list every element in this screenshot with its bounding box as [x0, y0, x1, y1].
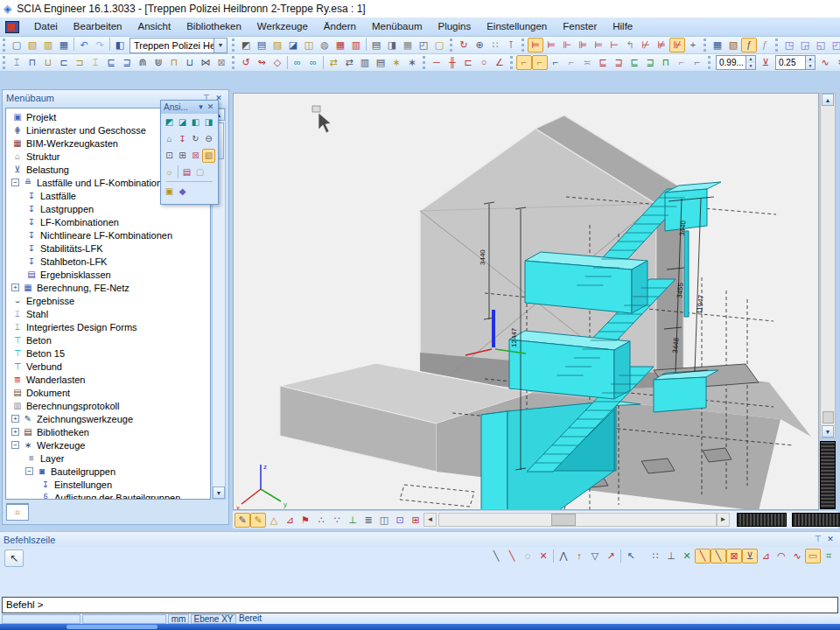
snap-polygon-icon[interactable]: ▽	[587, 549, 603, 564]
spinner-up-icon[interactable]: ▲	[806, 56, 815, 63]
view-top-icon[interactable]: ◩	[163, 116, 176, 130]
font-scale-icon[interactable]: ⌗	[833, 55, 840, 70]
window-tile-horizontal-icon[interactable]: ◲	[797, 38, 813, 52]
menu-datei[interactable]: Datei	[26, 18, 66, 36]
coordinates-info-icon[interactable]: ⌗	[821, 549, 836, 564]
project-combobox[interactable]: Treppen Polizei Heil ▼	[130, 38, 228, 53]
wireframe-mode-icon[interactable]: ✎	[234, 513, 250, 528]
volume-display-icon[interactable]: ⊿	[282, 513, 298, 528]
collapsed-window-shade[interactable]	[792, 513, 840, 527]
zoom-window-icon[interactable]: ⊡	[163, 149, 176, 163]
snap-delete-icon[interactable]: ✕	[536, 549, 551, 564]
scrollbar-thumb[interactable]	[551, 514, 576, 526]
snap-center-icon[interactable]: ✕	[679, 549, 695, 564]
toolbar-grip[interactable]	[232, 56, 235, 69]
menubaum-tab[interactable]: ⌗	[6, 503, 29, 521]
undo-icon[interactable]: ↶	[76, 38, 92, 52]
view-side-icon[interactable]: ◧	[189, 116, 202, 130]
section-display-icon[interactable]: ⊡	[392, 513, 408, 528]
loadcase-manager-icon[interactable]: ⊨	[528, 38, 543, 52]
member-join-icon[interactable]: ⋓	[150, 55, 166, 70]
modify-all-icon[interactable]: ∗	[404, 55, 420, 70]
toolbar-grip[interactable]	[3, 38, 6, 52]
move-node-icon[interactable]: ⇄	[326, 55, 341, 70]
system-lines-icon[interactable]: ≣	[360, 513, 376, 528]
snap-endpoint-icon[interactable]: ╲	[695, 549, 710, 564]
tree-item[interactable]: ≡Layer	[6, 452, 210, 465]
loadcase-multi-icon[interactable]: ⊫	[575, 38, 591, 52]
collapse-icon[interactable]: −	[11, 441, 19, 449]
member-intersect-icon[interactable]: ⋒	[135, 55, 150, 70]
tree-item[interactable]: ⊤Beton 15	[6, 346, 210, 360]
window-tile-vertical-icon[interactable]: ◱	[813, 38, 829, 52]
view-projection-icon[interactable]: ↧	[176, 132, 189, 146]
history-icon[interactable]: ▨	[270, 38, 285, 52]
tree-item[interactable]: ↧LF-Kombinationen	[6, 215, 210, 228]
tree-item[interactable]: +▦Berechnung, FE-Netz	[6, 281, 210, 294]
view-flag-8-icon[interactable]: ⊑	[626, 55, 642, 70]
rotate-view-icon[interactable]: ↻	[189, 132, 202, 146]
collapsed-window-shade[interactable]	[737, 513, 787, 527]
local-axes-icon[interactable]: ⊥	[345, 513, 360, 528]
tree-item[interactable]: ⊤Verbund	[6, 360, 210, 373]
calculator-icon[interactable]: ▦	[400, 38, 416, 52]
render-3d-icon[interactable]: ◆	[176, 185, 189, 199]
scroll-down-icon[interactable]: ▼	[822, 425, 834, 438]
snap-tangent-icon[interactable]: ⊿	[758, 549, 774, 564]
mesh-display-icon[interactable]: ⊞	[408, 513, 424, 528]
view-flag-5-icon[interactable]: ≍	[579, 55, 595, 70]
pin-icon[interactable]: ⊤	[812, 534, 824, 545]
menu-bibliotheken[interactable]: Bibliotheken	[178, 18, 249, 36]
menu-menbaum[interactable]: Menübaum	[364, 18, 430, 36]
menu-ansicht[interactable]: Ansicht	[130, 18, 178, 36]
viewport-horizontal-scrollbar[interactable]	[438, 513, 717, 527]
member-plate-icon[interactable]: ⊐	[72, 55, 88, 70]
scroll-right-icon[interactable]: ►	[717, 513, 730, 527]
color-settings-icon[interactable]: ▣	[163, 185, 176, 199]
save-all-icon[interactable]: ▥	[40, 38, 56, 52]
select-cursor-button[interactable]: ↖	[4, 550, 24, 567]
view-scale-spinner[interactable]: 0.99... ▲▼	[716, 55, 756, 70]
tree-item[interactable]: ↧Einstellungen	[6, 478, 210, 491]
member-opening-icon[interactable]: ⊒	[119, 55, 135, 70]
clipping-box-icon[interactable]: ▧	[202, 149, 215, 163]
tree-item[interactable]: ▤Dokument	[6, 386, 210, 399]
project-data-icon[interactable]: ◩	[238, 38, 254, 52]
tree-item[interactable]: ▥Berechnungsprotokoll	[6, 399, 210, 412]
zoom-all-icon[interactable]: ⊞	[176, 149, 189, 163]
scale-apply-icon[interactable]: ⊻	[758, 55, 774, 70]
grid-snap-icon[interactable]: ∷	[648, 549, 663, 564]
spinner-buttons[interactable]: ▲▼	[805, 56, 815, 69]
measure-angle-icon[interactable]: ↬	[254, 55, 270, 70]
loadcase-select-icon[interactable]: ⊢	[606, 38, 622, 52]
menu-fenster[interactable]: Fenster	[555, 18, 605, 36]
tree-item[interactable]: ↧Stahlbeton-LFK	[6, 255, 210, 268]
member-column-icon[interactable]: ⌶	[9, 55, 24, 70]
collapsed-window-shade-vertical[interactable]	[820, 441, 836, 509]
window-cascade-icon[interactable]: ◳	[781, 38, 797, 52]
view-flag-12-icon[interactable]: ⌐	[690, 55, 705, 70]
command-input[interactable]: Befehl >	[2, 597, 838, 613]
print-view-icon[interactable]: ▤	[180, 165, 193, 179]
view-axonometric-icon[interactable]: ◨	[202, 116, 215, 130]
toolbar-grip[interactable]	[450, 38, 453, 52]
loadcase-cut-icon[interactable]: ⊬	[638, 38, 654, 52]
fx-icon[interactable]: ƒ	[757, 38, 773, 52]
document-icon[interactable]	[5, 21, 19, 33]
loadcase-back-icon[interactable]: ↰	[622, 38, 638, 52]
toolbar-grip[interactable]	[704, 38, 707, 52]
surface-display-icon[interactable]: △	[266, 513, 282, 528]
expand-icon[interactable]: +	[11, 415, 19, 423]
window-arrange-icon[interactable]: ◰	[829, 38, 840, 52]
member-shell-icon[interactable]: ⊑	[103, 55, 119, 70]
chevron-down-icon[interactable]: ▾	[196, 102, 206, 113]
loadcase-new-icon[interactable]: ⊨	[543, 38, 559, 52]
chevron-down-icon[interactable]: ▼	[214, 38, 227, 52]
tree-item[interactable]: ▤Ergebnisklassen	[6, 268, 210, 281]
scrollbar-thumb[interactable]	[822, 411, 834, 424]
member-truss-icon[interactable]: ⊓	[166, 55, 182, 70]
save-picture-icon[interactable]: ▢	[193, 165, 206, 179]
scroll-down-icon[interactable]: ▼	[213, 486, 225, 499]
loadcase-up-icon[interactable]: ⊩	[559, 38, 575, 52]
menu-hilfe[interactable]: Hilfe	[605, 18, 640, 36]
